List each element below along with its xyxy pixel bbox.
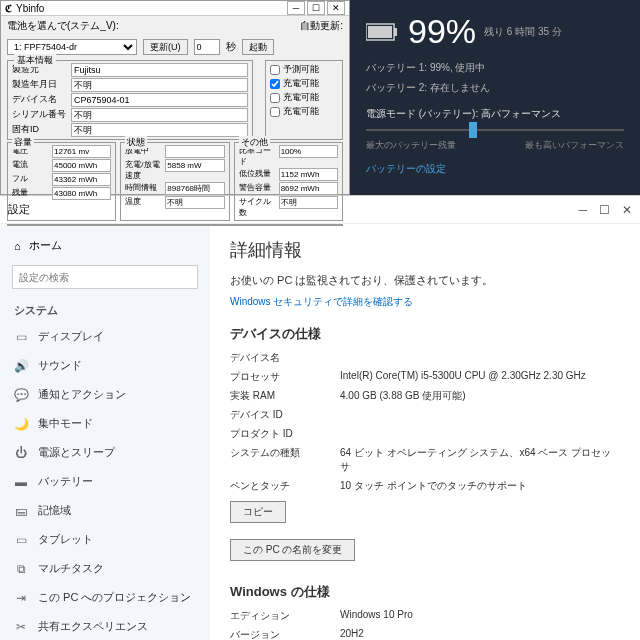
- field-value[interactable]: [71, 93, 248, 107]
- battery1-status: バッテリー 1: 99%, 使用中: [366, 61, 624, 75]
- sidebar-icon: 💬: [14, 388, 28, 402]
- interval-input[interactable]: [194, 39, 220, 55]
- sidebar-label: タブレット: [38, 532, 93, 547]
- spec-value: 20H2: [340, 628, 620, 641]
- sidebar-label: サウンド: [38, 358, 82, 373]
- spec-label: デバイス名: [230, 351, 330, 365]
- check-option[interactable]: 充電可能: [270, 105, 338, 118]
- maximize-button[interactable]: ☐: [599, 203, 610, 217]
- field-value[interactable]: [71, 63, 248, 77]
- close-button[interactable]: ✕: [622, 203, 632, 217]
- check-option[interactable]: 充電可能: [270, 91, 338, 104]
- titlebar: ℭ Ybinfo ─ ☐ ✕: [1, 1, 349, 16]
- svg-rect-1: [394, 28, 397, 36]
- sidebar-label: ディスプレイ: [38, 329, 104, 344]
- field-value[interactable]: [71, 108, 248, 122]
- windows-spec-heading: Windows の仕様: [230, 583, 620, 601]
- protection-text: お使いの PC は監視されており、保護されています。: [230, 272, 620, 289]
- basic-info-group: 基本情報 製造元製造年月日デバイス名シリアル番号固有ID: [7, 60, 253, 140]
- spec-value: [340, 351, 620, 365]
- sidebar-item[interactable]: 🖴記憶域: [0, 496, 210, 525]
- sidebar-icon: ⇥: [14, 591, 28, 605]
- interval-label: 自動更新:: [300, 19, 343, 33]
- sidebar-label: 集中モード: [38, 416, 93, 431]
- spec-value: [340, 408, 620, 422]
- home-icon: ⌂: [14, 240, 21, 252]
- rename-pc-button[interactable]: この PC の名前を変更: [230, 539, 355, 561]
- sidebar-item[interactable]: ▭タブレット: [0, 525, 210, 554]
- minimize-button[interactable]: ─: [287, 1, 305, 15]
- home-link[interactable]: ⌂ホーム: [0, 232, 210, 259]
- close-button[interactable]: ✕: [327, 1, 345, 15]
- sidebar-item[interactable]: ▬バッテリー: [0, 467, 210, 496]
- sidebar-item[interactable]: ⧉マルチタスク: [0, 554, 210, 583]
- spec-value: 64 ビット オペレーティング システム、x64 ベース プロセッサ: [340, 446, 620, 474]
- ybinfo-window: ℭ Ybinfo ─ ☐ ✕ 電池を選んで(ステム_V): 自動更新: 1: F…: [0, 0, 350, 195]
- sidebar-item[interactable]: 🌙集中モード: [0, 409, 210, 438]
- check-option[interactable]: 充電可能: [270, 77, 338, 90]
- spec-value: 4.00 GB (3.88 GB 使用可能): [340, 389, 620, 403]
- sidebar-label: マルチタスク: [38, 561, 104, 576]
- spec-value: Intel(R) Core(TM) i5-5300U CPU @ 2.30GHz…: [340, 370, 620, 384]
- battery-icon: [366, 22, 400, 42]
- spec-label: 実装 RAM: [230, 389, 330, 403]
- page-title: 詳細情報: [230, 238, 620, 262]
- spec-label: エディション: [230, 609, 330, 623]
- security-link[interactable]: Windows セキュリティで詳細を確認する: [230, 295, 620, 309]
- battery-flyout: 99% 残り 6 時間 35 分 バッテリー 1: 99%, 使用中 バッテリー…: [350, 0, 640, 195]
- sidebar-icon: ⏻: [14, 446, 28, 460]
- field-label: デバイス名: [12, 93, 67, 107]
- settings-window: 設定 ─ ☐ ✕ ⌂ホーム システム ▭ディスプレイ🔊サウンド💬通知とアクション…: [0, 196, 640, 640]
- search-input[interactable]: [12, 265, 198, 289]
- sidebar-item[interactable]: ⇥この PC へのプロジェクション: [0, 583, 210, 612]
- sidebar-item[interactable]: ⏻電源とスリープ: [0, 438, 210, 467]
- minimize-button[interactable]: ─: [578, 203, 587, 217]
- settings-content: 詳細情報 お使いの PC は監視されており、保護されています。 Windows …: [210, 224, 640, 640]
- copy-button[interactable]: コピー: [230, 501, 286, 523]
- csv-button[interactable]: 起動: [242, 39, 274, 55]
- field-value[interactable]: [71, 78, 248, 92]
- sidebar-item[interactable]: 💬通知とアクション: [0, 380, 210, 409]
- device-spec-heading: デバイスの仕様: [230, 325, 620, 343]
- slider-low-label: 最大のバッテリー残量: [366, 139, 456, 152]
- select-label: 電池を選んで(ステム_V):: [7, 19, 119, 33]
- field-value[interactable]: [71, 123, 248, 137]
- check-option[interactable]: 予測可能: [270, 63, 338, 76]
- sidebar-item[interactable]: ✂共有エクスペリエンス: [0, 612, 210, 640]
- maximize-button[interactable]: ☐: [307, 1, 325, 15]
- field-label: 製造年月日: [12, 78, 67, 92]
- spec-label: プロセッサ: [230, 370, 330, 384]
- sidebar-icon: 🖴: [14, 504, 28, 518]
- field-label: 固有ID: [12, 123, 67, 137]
- sidebar-icon: ▬: [14, 475, 28, 489]
- svg-rect-2: [368, 26, 392, 38]
- sidebar-icon: 🔊: [14, 359, 28, 373]
- power-slider[interactable]: 最大のバッテリー残量 最も高いパフォーマンス: [366, 129, 624, 152]
- sidebar-item[interactable]: 🔊サウンド: [0, 351, 210, 380]
- checks-group: 予測可能充電可能充電可能充電可能: [265, 60, 343, 140]
- spec-label: デバイス ID: [230, 408, 330, 422]
- sidebar-label: この PC へのプロジェクション: [38, 590, 191, 605]
- battery-percent: 99%: [408, 12, 476, 51]
- app-icon: ℭ: [5, 3, 12, 14]
- spec-label: プロダクト ID: [230, 427, 330, 441]
- window-title: Ybinfo: [16, 3, 44, 14]
- power-mode-label: 電源モード (バッテリー): 高パフォーマンス: [366, 107, 624, 121]
- battery-select[interactable]: 1: FPF75404-dr: [7, 39, 137, 55]
- spec-value: 10 タッチ ポイントでのタッチのサポート: [340, 479, 620, 493]
- sidebar-icon: ✂: [14, 620, 28, 634]
- info-box: その他比率コード低位残量警告容量サイクル数: [234, 142, 343, 221]
- spec-value: Windows 10 Pro: [340, 609, 620, 623]
- info-box: 容量電圧電流フル残量: [7, 142, 116, 221]
- capacity-bar: [7, 224, 343, 226]
- sidebar-label: 通知とアクション: [38, 387, 126, 402]
- update-button[interactable]: 更新(U): [143, 39, 188, 55]
- info-box: 状態放電中充電/放電速度時間情報温度: [120, 142, 229, 221]
- battery-settings-link[interactable]: バッテリーの設定: [366, 162, 624, 176]
- sidebar-item[interactable]: ▭ディスプレイ: [0, 322, 210, 351]
- sidebar-label: 電源とスリープ: [38, 445, 115, 460]
- sidebar-label: 共有エクスペリエンス: [38, 619, 148, 634]
- spec-label: システムの種類: [230, 446, 330, 474]
- sidebar-icon: 🌙: [14, 417, 28, 431]
- field-label: シリアル番号: [12, 108, 67, 122]
